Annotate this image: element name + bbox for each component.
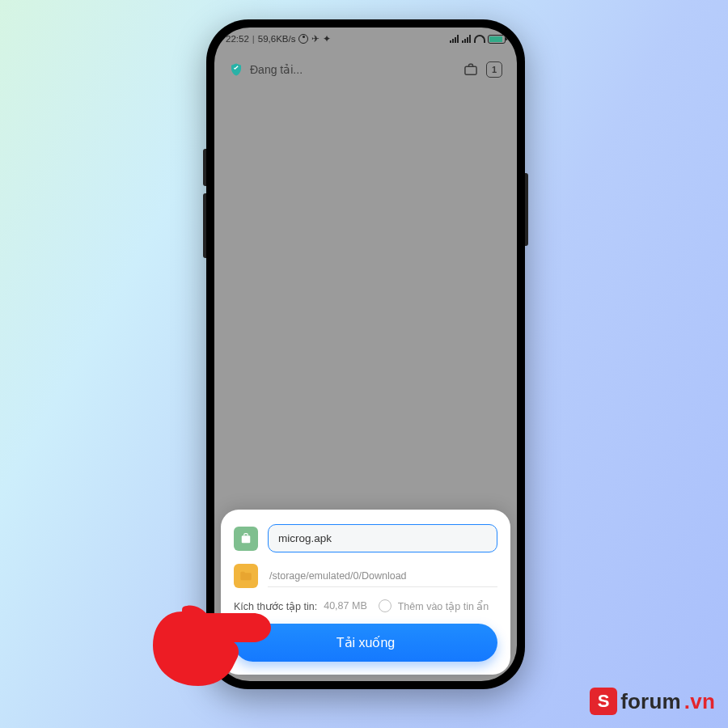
svg-rect-0	[465, 66, 476, 74]
watermark-domain: .vn	[684, 689, 715, 714]
tutorial-image: 22:52 | 59,6KB/s ✈ ✦ Đang	[0, 0, 728, 728]
wifi-icon	[474, 35, 485, 43]
signal-icon	[462, 35, 472, 43]
loading-label: Đang tải...	[250, 63, 303, 76]
side-button	[525, 173, 528, 246]
filesize-value: 40,87 MB	[324, 600, 367, 612]
phone-screen: 22:52 | 59,6KB/s ✈ ✦ Đang	[214, 28, 517, 681]
signal-icon	[450, 35, 459, 43]
download-path[interactable]: /storage/emulated/0/Download	[268, 565, 497, 587]
telegram-icon: ✈	[311, 33, 320, 44]
notification-icon: ✦	[323, 33, 331, 44]
side-button	[203, 193, 206, 258]
filename-input[interactable]	[268, 524, 497, 552]
download-dialog: /storage/emulated/0/Download Kích thước …	[221, 510, 510, 675]
download-button[interactable]: Tải xuống	[234, 624, 497, 662]
file-meta-row: Kích thước tập tin: 40,87 MB Thêm vào tậ…	[234, 599, 497, 612]
status-net-speed: 59,6KB/s	[258, 34, 296, 44]
briefcase-icon[interactable]	[462, 61, 480, 78]
status-bar: 22:52 | 59,6KB/s ✈ ✦	[214, 28, 517, 50]
shield-icon	[229, 62, 243, 77]
side-button	[203, 149, 206, 186]
browser-address-bar[interactable]: Đang tải... 1	[221, 52, 510, 87]
watermark-badge: S	[590, 688, 617, 715]
hidden-file-checkbox[interactable]	[379, 599, 392, 612]
svg-rect-1	[242, 535, 251, 543]
phone-frame: 22:52 | 59,6KB/s ✈ ✦ Đang	[206, 19, 525, 689]
filesize-label: Kích thước tập tin:	[234, 600, 317, 612]
sync-icon	[298, 34, 308, 44]
status-separator: |	[252, 34, 255, 44]
tab-count-button[interactable]: 1	[486, 61, 502, 78]
file-icon	[234, 527, 258, 551]
folder-icon[interactable]	[234, 564, 258, 588]
battery-icon	[488, 35, 506, 44]
status-time: 22:52	[226, 34, 249, 44]
watermark-text: forum	[620, 689, 681, 714]
watermark: S forum.vn	[590, 688, 715, 715]
hidden-file-label: Thêm vào tập tin ẩn	[398, 600, 489, 612]
